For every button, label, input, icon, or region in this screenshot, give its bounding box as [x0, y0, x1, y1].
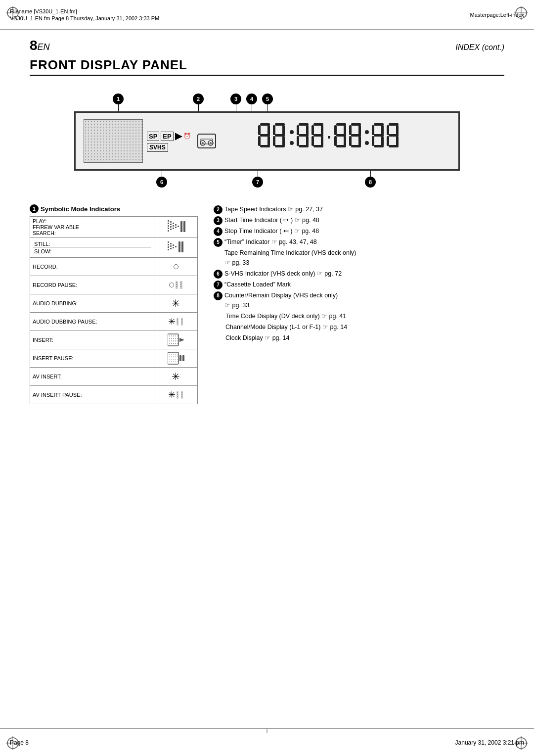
svg-rect-104	[173, 247, 174, 248]
svg-rect-62	[351, 145, 361, 147]
callout-5: 5	[262, 94, 273, 104]
svg-rect-105	[175, 246, 177, 247]
mode-indicators-section: 1 Symbolic Mode Indicators PLAY: FF/REW …	[30, 204, 198, 404]
dot-matrix-display	[84, 119, 143, 163]
svg-rect-129	[173, 340, 174, 341]
top-bar: Filename [VS30U_1-EN.fm] VS30U_1-EN.fm P…	[0, 0, 534, 30]
svg-rect-106	[178, 241, 180, 252]
svg-rect-126	[177, 338, 178, 339]
svg-rect-85	[170, 224, 172, 225]
desc-item-8b: Time Code Display (DV deck only) ☞ pg. 4…	[214, 311, 504, 321]
svg-rect-149	[169, 359, 170, 360]
play-label-cell: PLAY: FF/REW VARIABLE SEARCH:	[30, 217, 154, 238]
svg-rect-23	[267, 136, 270, 146]
desc-item-8d: Clock Display ☞ pg. 14	[214, 333, 504, 343]
top-bar-left: Filename [VS30U_1-EN.fm] VS30U_1-EN.fm P…	[10, 8, 159, 21]
callout-3-inline: 3	[214, 216, 222, 225]
audio-dub-pause-icon-cell: ✳	[154, 313, 198, 331]
audio-dub-label: AUDIO DUBBING:	[30, 294, 154, 313]
svg-rect-20	[267, 125, 270, 135]
svg-rect-83	[168, 230, 169, 232]
mode-row-av-insert: AV INSERT: ✳	[30, 368, 198, 386]
svg-rect-127	[169, 340, 170, 341]
ffrew-label: FF/REW VARIABLE	[33, 224, 151, 230]
svg-rect-117	[169, 335, 170, 336]
page-num-value: 8	[30, 38, 38, 53]
svg-rect-132	[169, 343, 170, 344]
play-icon	[167, 219, 185, 234]
callout-2-area: 2	[193, 94, 204, 111]
av-insert-pause-icon-cell: ✳	[154, 386, 198, 404]
svg-rect-45	[312, 136, 314, 146]
svg-point-33	[290, 141, 294, 145]
svg-rect-92	[175, 227, 177, 228]
svg-rect-79	[168, 220, 169, 222]
page-number: 8EN	[30, 38, 50, 53]
svg-rect-102	[170, 248, 172, 249]
svg-rect-123	[171, 338, 172, 339]
still-label: STILL:	[33, 240, 151, 248]
svg-rect-121	[177, 335, 178, 336]
svg-rect-135	[175, 343, 176, 344]
svg-rect-29	[273, 136, 275, 146]
svg-rect-133	[171, 343, 172, 344]
svg-rect-159	[179, 355, 181, 361]
av-insert-icon: ✳	[157, 369, 195, 384]
desc-2-text: Tape Speed Indicators ☞ pg. 27, 37	[224, 204, 504, 214]
callout-8-inline: 8	[214, 291, 222, 300]
desc-item-8c: Channel/Mode Display (L-1 or F-1) ☞ pg. …	[214, 322, 504, 332]
svg-rect-74	[396, 125, 399, 135]
svg-rect-156	[173, 361, 174, 362]
svg-rect-81	[168, 225, 169, 227]
insert-pause-label: INSERT PAUSE:	[30, 349, 154, 368]
record-pause-circle	[169, 283, 174, 287]
insert-icon	[157, 332, 195, 347]
svg-rect-80	[168, 223, 169, 224]
desc-item-7: 7 “Cassette Loaded” Mark	[214, 280, 504, 289]
av-pause-bars	[177, 390, 183, 399]
play-arrow: ▶	[175, 131, 182, 142]
svg-rect-55	[336, 145, 346, 147]
svg-point-64	[365, 141, 369, 145]
svg-rect-157	[175, 361, 176, 362]
svg-rect-150	[171, 359, 172, 360]
callout-4-area: 4	[246, 94, 257, 111]
callout-4: 4	[246, 94, 257, 104]
svg-rect-130	[175, 340, 176, 341]
callout-row-bottom: 6 7 8	[74, 171, 460, 192]
svg-rect-100	[170, 243, 172, 244]
audio-dub-icon-cell: ✳	[154, 294, 198, 313]
record-icon-wrapper	[157, 259, 195, 274]
svg-rect-152	[175, 359, 176, 360]
desc-7-text: “Cassette Loaded” Mark	[224, 280, 504, 289]
still-label-section: STILL: SLOW:	[30, 238, 154, 258]
svg-rect-27	[282, 125, 285, 135]
play-icon-cell	[154, 217, 198, 238]
svg-rect-77	[396, 136, 399, 146]
av-insert-pause-label: AV INSERT PAUSE:	[30, 386, 154, 404]
svg-point-63	[365, 130, 369, 134]
callout-7: 7	[252, 177, 263, 188]
7-segment-svg	[256, 121, 414, 161]
callout-8: 8	[365, 177, 376, 188]
desc-item-2: 2 Tape Speed Indicators ☞ pg. 27, 37	[214, 204, 504, 214]
desc-item-8: 8 Counter/Remain Display (VHS deck only)…	[214, 290, 504, 310]
svg-rect-47	[313, 145, 323, 147]
desc-8b-text: Time Code Display (DV deck only) ☞ pg. 4…	[225, 311, 504, 321]
filename-label: Filename [VS30U_1-EN.fm]	[10, 8, 159, 14]
desc-5b-text: Tape Remaining Time Indicator (VHS deck …	[224, 248, 504, 268]
cassette-svg	[197, 132, 217, 150]
svg-rect-67	[381, 125, 384, 135]
insert-pause-icon	[157, 351, 195, 366]
main-content: 8EN INDEX (cont.) FRONT DISPLAY PANEL 1 …	[30, 30, 504, 726]
audio-dub-icon: ✳	[157, 296, 195, 311]
svg-rect-51	[344, 125, 346, 135]
timer-icon: ⏰	[183, 133, 191, 140]
svg-rect-43	[321, 125, 323, 135]
still-sub-table: STILL: SLOW:	[33, 240, 151, 255]
svg-rect-24	[260, 145, 270, 147]
svg-rect-148	[177, 356, 178, 357]
svg-rect-58	[358, 125, 361, 135]
footer-date-label: January 31, 2002 3:21 pm	[455, 739, 524, 746]
footer-page-label: Page 8	[10, 739, 29, 746]
